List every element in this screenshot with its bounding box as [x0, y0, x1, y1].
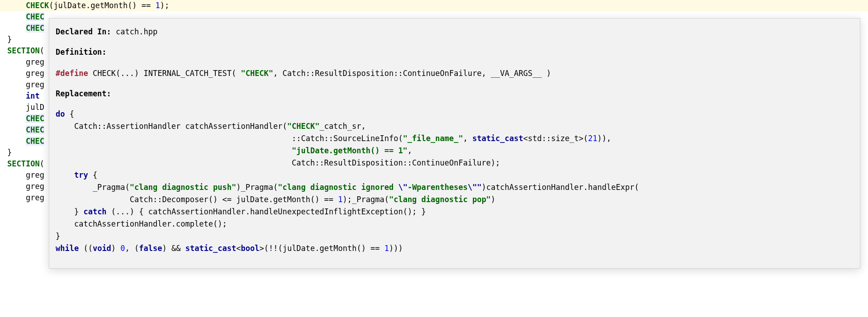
replacement-line: "julDate.getMonth() == 1",	[56, 145, 854, 157]
code-text: catchAssertionHandler.complete();	[56, 219, 227, 228]
number-literal: 1	[338, 195, 342, 204]
macro-call: CHEC	[26, 114, 44, 123]
string-literal: "_file_name_"	[403, 134, 463, 143]
code-text: CHECK(...) INTERNAL_CATCH_TEST(	[88, 69, 241, 78]
replacement-line: try {	[56, 169, 854, 181]
string-literal: -Wparentheses	[408, 183, 468, 192]
declared-in-label: Declared In:	[56, 27, 111, 36]
macro-call: SECTION	[7, 159, 40, 168]
spacer	[56, 100, 854, 108]
macro-call: CHEC	[26, 12, 44, 21]
number-literal: 21	[588, 134, 597, 143]
code-text: );	[160, 1, 169, 10]
code-text: )	[491, 195, 495, 204]
keyword: bool	[241, 244, 260, 253]
code-line-current[interactable]: CHECK(julDate.getMonth() == 1);	[0, 0, 868, 11]
keyword: catch	[83, 207, 106, 216]
number-literal: 1	[384, 244, 389, 253]
indent	[56, 170, 74, 180]
replacement-label: Replacement:	[56, 89, 111, 98]
code-text: )_Pragma(	[236, 183, 278, 192]
code-text: ) &&	[162, 244, 185, 253]
code-text: }	[56, 207, 83, 216]
code-text: )),	[598, 134, 612, 143]
number-literal: 0	[120, 244, 125, 253]
code-text: , Catch::ResultDisposition::ContinueOnFa…	[273, 69, 551, 78]
brace: }	[56, 232, 60, 241]
code-text: _Pragma(	[56, 183, 130, 192]
code-text: ::Catch::SourceLineInfo(	[56, 134, 403, 143]
code-text: greg	[7, 193, 44, 202]
code-text: greg	[7, 170, 44, 180]
code-text: )	[111, 244, 120, 253]
code-text: (	[40, 159, 44, 168]
spacer	[56, 80, 854, 88]
brace: }	[7, 35, 12, 44]
replacement-line: Catch::Decomposer() <= julDate.getMonth(…	[56, 194, 854, 206]
preprocessor: #define	[56, 69, 88, 78]
code-text: Catch::Decomposer() <= julDate.getMonth(…	[56, 195, 338, 204]
string-literal: "julDate.getMonth() == 1"	[292, 146, 408, 155]
indent	[7, 91, 26, 100]
keyword: do	[56, 109, 65, 118]
replacement-line: catchAssertionHandler.complete();	[56, 218, 854, 230]
keyword: try	[74, 170, 88, 180]
keyword: static_cast	[185, 244, 237, 253]
macro-call: CHEC	[26, 24, 44, 33]
replacement-line: Catch::AssertionHandler catchAssertionHa…	[56, 120, 854, 132]
code-text: {	[65, 109, 74, 118]
indent	[7, 1, 26, 10]
code-text: )))	[389, 244, 403, 253]
code-text: <	[236, 244, 241, 253]
indent	[7, 114, 26, 123]
definition-label: Definition:	[56, 47, 107, 57]
keyword: false	[139, 244, 162, 253]
keyword: static_cast	[472, 134, 523, 143]
declared-in-row: Declared In: catch.hpp	[56, 26, 854, 38]
indent	[7, 125, 26, 134]
code-text: Catch::AssertionHandler catchAssertionHa…	[56, 122, 287, 131]
brace: }	[7, 148, 12, 157]
macro-call: CHECK	[26, 1, 49, 10]
definition-label-row: Definition:	[56, 46, 854, 58]
code-text: greg	[7, 80, 44, 89]
keyword: int	[26, 91, 40, 100]
number-literal: 1	[156, 1, 160, 10]
string-literal: "CHECK"	[241, 69, 273, 78]
keyword: void	[93, 244, 111, 253]
code-text: ,	[463, 134, 472, 143]
keyword: while	[56, 244, 79, 253]
escape: \""	[468, 183, 482, 192]
quick-doc-popup[interactable]: Declared In: catch.hpp Definition: #defi…	[49, 18, 860, 269]
replacement-line: _Pragma("clang diagnostic push")_Pragma(…	[56, 181, 854, 194]
code-text: (...) { catchAssertionHandler.handleUnex…	[107, 207, 426, 216]
spacer	[56, 58, 854, 66]
replacement-line: Catch::ResultDisposition::ContinueOnFail…	[56, 157, 854, 169]
indent	[7, 137, 26, 146]
declared-in-value: catch.hpp	[111, 27, 157, 36]
code-text: , (	[125, 244, 139, 253]
code-text: greg	[7, 182, 44, 191]
string-literal: "clang diagnostic ignored	[278, 183, 398, 192]
code-text: (julDate.getMonth() ==	[49, 1, 155, 10]
code-text: _catch_sr,	[319, 122, 365, 131]
code-text: )catchAssertionHandler.handleExpr(	[482, 183, 639, 192]
spacer	[56, 38, 854, 46]
string-literal: "clang diagnostic push"	[130, 183, 236, 192]
code-text: ,	[408, 146, 412, 155]
replacement-line: } catch (...) { catchAssertionHandler.ha…	[56, 206, 854, 218]
replacement-line: ::Catch::SourceLineInfo("_file_name_", s…	[56, 132, 854, 145]
code-editor[interactable]: CHECK(julDate.getMonth() == 1); CHEC CHE…	[0, 0, 868, 317]
code-text: ((	[79, 244, 93, 253]
macro-call: SECTION	[7, 46, 40, 55]
replacement-line: while ((void) 0, (false) && static_cast<…	[56, 242, 854, 255]
code-text: {	[88, 170, 97, 180]
code-text: >(!!(julDate.getMonth() ==	[259, 244, 384, 253]
code-text: julD	[7, 103, 44, 112]
code-text: );_Pragma(	[343, 195, 389, 204]
code-text	[40, 91, 44, 100]
string-literal: "CHECK"	[287, 122, 320, 131]
definition-code: #define CHECK(...) INTERNAL_CATCH_TEST( …	[56, 67, 854, 80]
code-text: greg	[7, 57, 44, 66]
replacement-line: }	[56, 230, 854, 242]
